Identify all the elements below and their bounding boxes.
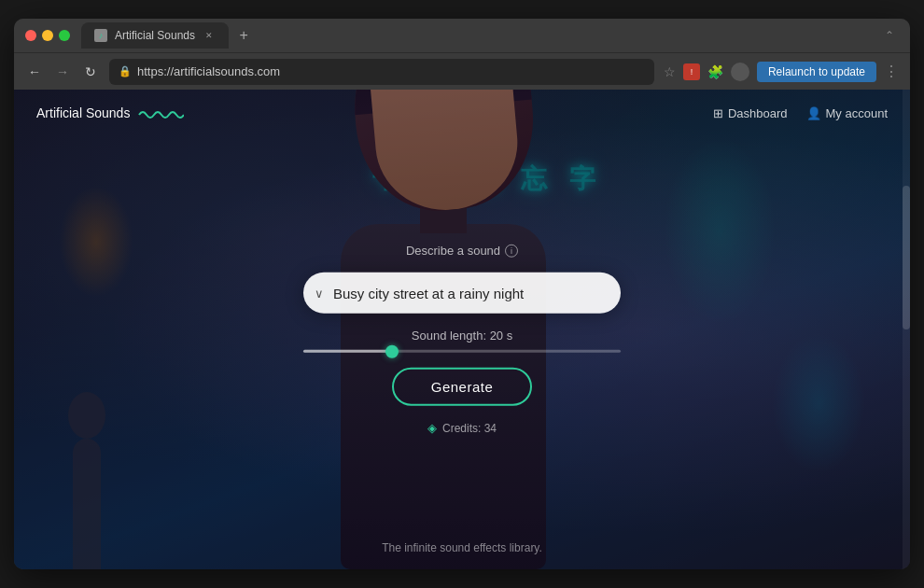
chevron-down-icon: ∨ <box>315 286 324 300</box>
traffic-lights <box>25 30 70 41</box>
browser-menu-button[interactable]: ⋮ <box>884 63 899 80</box>
maximize-window-button[interactable] <box>59 30 70 41</box>
profile-avatar[interactable] <box>731 63 749 81</box>
url-display: https://artificialsounds.com <box>137 64 280 78</box>
bottom-tagline: The infinite sound effects library. <box>382 541 542 554</box>
describe-label-text: Describe a sound <box>406 244 500 258</box>
account-icon: 👤 <box>806 106 821 120</box>
forward-button[interactable]: → <box>53 64 72 79</box>
site-logo: Artificial Sounds <box>36 105 184 120</box>
shield-icon[interactable]: ! <box>683 63 700 80</box>
address-right-icons: ☆ ! 🧩 Relaunch to update ⋮ <box>664 62 899 82</box>
account-label: My account <box>826 106 888 120</box>
sound-length-slider[interactable] <box>303 350 621 353</box>
lock-icon: 🔒 <box>119 65 132 77</box>
credits-row: ◈ Credits: 34 <box>427 421 497 435</box>
address-bar: ← → ↻ 🔒 https://artificialsounds.com ☆ !… <box>14 52 910 90</box>
content-area: 千 夯 偶 忘 字 <box>14 90 910 569</box>
slider-thumb[interactable] <box>385 344 399 357</box>
address-input-wrap[interactable]: 🔒 https://artificialsounds.com <box>109 59 654 85</box>
tab-bar: ♪ Artificial Sounds ✕ + <box>81 22 880 49</box>
scrollbar[interactable] <box>903 90 910 569</box>
relaunch-label: Relaunch to update <box>768 65 865 78</box>
title-bar: ♪ Artificial Sounds ✕ + ⌃ <box>14 19 910 52</box>
credits-icon: ◈ <box>427 421 437 435</box>
browser-window: ♪ Artificial Sounds ✕ + ⌃ ← → ↻ 🔒 https:… <box>14 19 910 569</box>
refresh-button[interactable]: ↻ <box>81 64 100 79</box>
tab-favicon: ♪ <box>94 29 107 42</box>
logo-waves <box>137 107 184 119</box>
tab-close-button[interactable]: ✕ <box>203 29 216 42</box>
describe-label-row: Describe a sound i <box>406 244 518 258</box>
generate-button[interactable]: Generate <box>392 368 533 406</box>
site-nav-right: ⊞ Dashboard 👤 My account <box>713 106 888 120</box>
credits-label: Credits: 34 <box>442 421 497 434</box>
generate-label: Generate <box>431 379 494 395</box>
back-button[interactable]: ← <box>25 64 44 79</box>
bookmark-icon[interactable]: ☆ <box>664 64 676 79</box>
tagline-text: The infinite sound effects library. <box>382 541 542 554</box>
logo-text: Artificial Sounds <box>36 105 130 120</box>
extensions-icon[interactable]: 🧩 <box>707 64 723 79</box>
slider-fill <box>303 350 392 353</box>
account-link[interactable]: 👤 My account <box>806 106 888 120</box>
site-nav: Artificial Sounds ⊞ Dashboard 👤 My accou… <box>14 90 910 136</box>
close-window-button[interactable] <box>25 30 36 41</box>
dashboard-icon: ⊞ <box>713 106 723 120</box>
relaunch-button[interactable]: Relaunch to update <box>757 62 876 82</box>
main-ui-panel: Describe a sound i ∨ Sound length: 20 s … <box>285 244 639 435</box>
active-tab[interactable]: ♪ Artificial Sounds ✕ <box>81 22 229 49</box>
sound-length-row: Sound length: 20 s <box>303 329 621 353</box>
minimize-window-button[interactable] <box>42 30 53 41</box>
dashboard-label: Dashboard <box>728 106 788 120</box>
wave-svg <box>137 107 184 119</box>
sound-description-input[interactable] <box>333 285 606 301</box>
sound-input-wrap[interactable]: ∨ <box>303 273 621 314</box>
tab-label: Artificial Sounds <box>115 29 195 42</box>
new-tab-button[interactable]: + <box>232 24 255 47</box>
info-icon[interactable]: i <box>505 244 518 257</box>
sound-length-label: Sound length: 20 s <box>412 329 512 343</box>
dashboard-link[interactable]: ⊞ Dashboard <box>713 106 788 120</box>
window-expand-button[interactable]: ⌃ <box>880 26 899 45</box>
scrollbar-thumb[interactable] <box>903 186 910 329</box>
